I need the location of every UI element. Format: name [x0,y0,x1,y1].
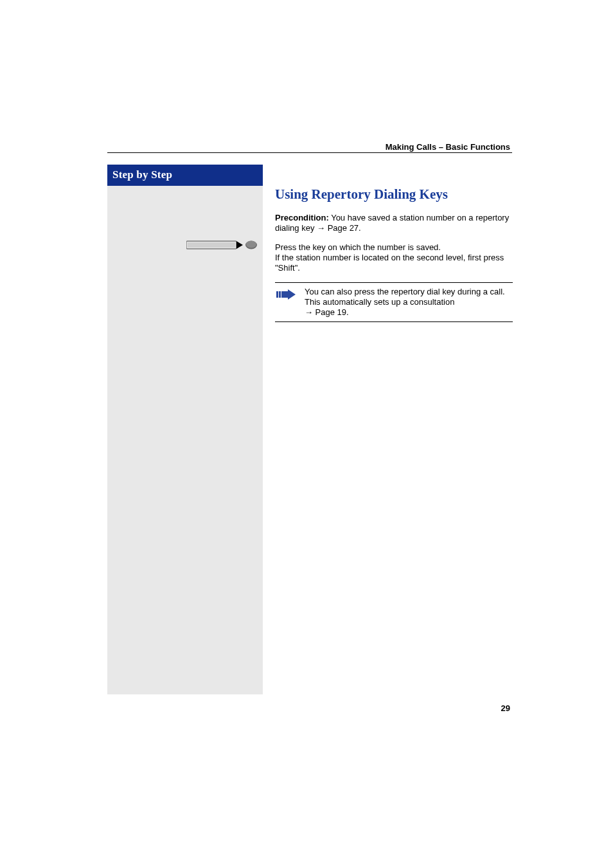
svg-rect-4 [276,291,278,298]
arrow-icon: → [305,307,313,317]
precondition-paragraph: Precondition: You have saved a station n… [275,213,513,233]
repertory-key-icon [186,239,257,255]
press-line-1: Press the key on which the number is sav… [275,242,441,252]
sidebar-title: Step by Step [107,165,263,186]
press-paragraph: Press the key on which the number is sav… [275,242,513,273]
note-text: You can also press the repertory dial ke… [305,287,505,307]
svg-rect-6 [281,291,288,298]
page-number: 29 [501,703,510,713]
note-box: You can also press the repertory dial ke… [275,282,513,322]
arrow-icon: → [317,223,325,233]
content-area: Using Repertory Dialing Keys Preconditio… [275,186,513,322]
note-ref: Page 19. [313,307,349,317]
precondition-ref: Page 27. [325,223,361,233]
note-text-wrapper: You can also press the repertory dial ke… [305,287,513,318]
header-breadcrumb: Making Calls – Basic Functions [386,142,510,152]
precondition-label: Precondition: [275,213,329,222]
note-icon-cell [275,287,305,318]
svg-rect-1 [188,242,235,248]
press-line-2: If the station number is located on the … [275,253,504,273]
note-arrow-icon [276,288,299,301]
svg-point-3 [246,241,256,248]
header-rule [107,152,512,153]
page: Making Calls – Basic Functions Step by S… [0,0,613,868]
section-title: Using Repertory Dialing Keys [275,186,513,203]
svg-rect-5 [279,291,281,298]
